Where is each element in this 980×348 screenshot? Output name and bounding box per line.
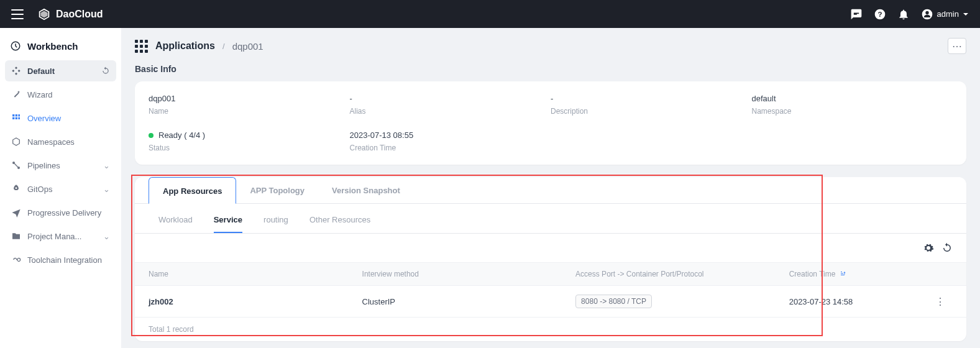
workbench-icon [10, 40, 21, 52]
col-created[interactable]: Creation Time [789, 270, 928, 278]
service-table: Name Interview method Access Port -> Con… [135, 262, 966, 341]
top-header: DaoCloud ? admin [0, 0, 980, 28]
sidebar-item-namespaces[interactable]: Namespaces [5, 131, 116, 152]
breadcrumb: Applications / dqp001 ⋯ [135, 38, 966, 54]
svg-rect-10 [18, 117, 20, 119]
subtab-other[interactable]: Other Resources [309, 211, 370, 233]
tab-version-snapshot[interactable]: Version Snapshot [318, 177, 414, 203]
row-more-icon[interactable]: ⋮ [928, 296, 953, 308]
breadcrumb-root[interactable]: Applications [155, 40, 215, 52]
subtabs-row: Workload Service routing Other Resources [135, 204, 966, 234]
sidebar-item-project[interactable]: Project Mana... ⌄ [5, 226, 116, 247]
tab-app-resources[interactable]: App Resources [149, 177, 236, 204]
tab-app-topology[interactable]: APP Topology [236, 177, 318, 203]
breadcrumb-sep: / [222, 42, 225, 51]
sidebar-item-default[interactable]: Default [5, 60, 116, 81]
sidebar-item-gitops[interactable]: GitOps ⌄ [5, 178, 116, 199]
refresh-icon[interactable] [101, 66, 110, 75]
subtab-workload[interactable]: Workload [158, 211, 193, 233]
info-ns-label: Namespace [752, 107, 953, 116]
account-name: admin [937, 9, 959, 19]
sidebar-item-wizard[interactable]: Wizard [5, 84, 116, 105]
rocket-icon [11, 184, 21, 194]
wand-icon [11, 89, 21, 99]
account-menu[interactable]: admin [921, 8, 969, 21]
sidebar-title: Workbench [5, 37, 116, 60]
reload-icon[interactable] [941, 242, 953, 254]
table-head: Name Interview method Access Port -> Con… [135, 262, 966, 286]
cube-icon [37, 7, 51, 21]
info-status-label: Status [149, 144, 350, 152]
svg-rect-9 [16, 117, 17, 119]
info-alias-value: - [350, 94, 551, 103]
cell-interview: ClusterIP [362, 297, 576, 306]
port-badge: 8080 -> 8080 / TCP [575, 295, 652, 308]
chevron-down-icon: ⌄ [103, 232, 110, 241]
breadcrumb-current: dqp001 [232, 41, 263, 52]
subtab-routing[interactable]: routing [263, 211, 288, 233]
help-icon[interactable]: ? [874, 8, 886, 21]
resources-card: App Resources APP Topology Version Snaps… [135, 177, 966, 341]
chevron-down-icon [963, 11, 969, 17]
svg-text:?: ? [877, 10, 882, 18]
info-ns-value: default [752, 94, 953, 103]
info-name-value: dqp001 [149, 94, 350, 103]
svg-point-3 [925, 11, 928, 14]
more-actions-button[interactable]: ⋯ [948, 38, 966, 54]
table-footer: Total 1 record [135, 317, 966, 341]
grid-icon [11, 113, 21, 123]
col-interview[interactable]: Interview method [362, 270, 576, 278]
cell-name[interactable]: jzh002 [149, 297, 362, 306]
chevron-down-icon: ⌄ [103, 161, 110, 170]
pipeline-icon [11, 160, 21, 170]
basic-info-card: dqp001 Name - Alias - Description defaul… [135, 81, 966, 165]
info-created-label: Creation Time [350, 144, 551, 152]
info-created-value: 2023-07-13 08:55 [350, 130, 551, 140]
table-row: jzh002 ClusterIP 8080 -> 8080 / TCP 2023… [135, 286, 966, 317]
plane-icon [11, 208, 21, 218]
infinity-icon [11, 255, 21, 265]
apps-grid-icon[interactable] [135, 40, 148, 53]
brand-logo[interactable]: DaoCloud [37, 7, 103, 21]
svg-rect-5 [12, 114, 14, 116]
subtab-service[interactable]: Service [214, 211, 242, 233]
info-status-value: Ready ( 4/4 ) [149, 130, 350, 140]
info-name-label: Name [149, 107, 350, 116]
status-dot-icon [149, 133, 153, 138]
main-content: Applications / dqp001 ⋯ Basic Info dqp00… [121, 28, 980, 348]
gear-icon[interactable] [923, 242, 934, 254]
col-name[interactable]: Name [149, 270, 362, 278]
svg-rect-6 [16, 114, 17, 116]
sidebar: Workbench Default Wizard Overview Namesp… [0, 28, 121, 348]
tabs-row: App Resources APP Topology Version Snaps… [135, 177, 966, 204]
chevron-down-icon: ⌄ [103, 185, 110, 194]
info-alias-label: Alias [350, 107, 551, 116]
menu-icon[interactable] [11, 9, 24, 19]
sidebar-item-overview[interactable]: Overview [5, 108, 116, 129]
svg-rect-7 [18, 114, 20, 116]
info-desc-label: Description [551, 107, 752, 116]
table-toolbar [135, 234, 966, 262]
sort-icon [839, 270, 846, 278]
sidebar-item-pipelines[interactable]: Pipelines ⌄ [5, 155, 116, 176]
sidebar-item-progressive[interactable]: Progressive Delivery [5, 202, 116, 223]
svg-rect-8 [12, 117, 14, 119]
cell-created: 2023-07-23 14:58 [789, 297, 928, 306]
bell-icon[interactable] [897, 8, 910, 21]
brand-text: DaoCloud [56, 9, 103, 20]
box-icon [11, 137, 21, 147]
folder-icon [11, 231, 21, 241]
user-icon [921, 8, 933, 21]
info-desc-value: - [551, 94, 752, 103]
default-icon [11, 66, 21, 76]
col-port[interactable]: Access Port -> Container Port/Protocol [575, 270, 789, 278]
message-icon[interactable] [850, 8, 863, 21]
sidebar-item-toolchain[interactable]: Toolchain Integration [5, 249, 116, 270]
header-actions: ? admin [850, 8, 969, 21]
basic-info-title: Basic Info [135, 64, 966, 74]
